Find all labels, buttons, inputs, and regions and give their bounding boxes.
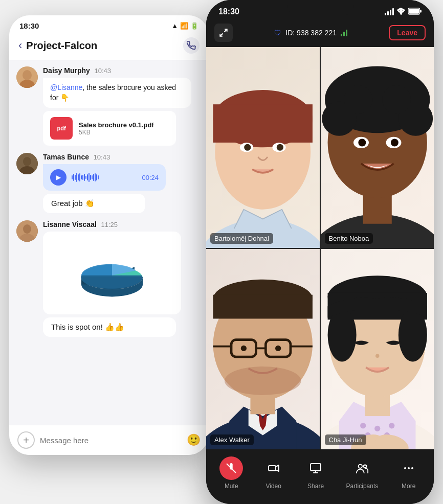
avatar-lisanne: [16, 220, 38, 242]
svg-rect-28: [363, 195, 391, 224]
svg-point-25: [277, 144, 283, 151]
video-grid: Bartoloměj Dohnal: [206, 47, 434, 449]
more-label: More: [402, 483, 415, 490]
mute-icon: [219, 456, 243, 480]
svg-point-65: [398, 308, 427, 361]
lisanne-content: Lisanne Viscaal 11:25: [43, 220, 202, 337]
meeting-info: 🛡 ID: 938 382 221: [274, 29, 347, 37]
svg-rect-72: [311, 464, 321, 471]
video-label: Video: [265, 483, 281, 490]
mention-lisanne: @Lisanne: [50, 83, 82, 91]
great-job-bubble: Great job 👏: [43, 194, 145, 213]
phone-notch: [287, 0, 353, 15]
daisy-bubble: @Lisanne, the sales brocure you asked fo…: [43, 78, 191, 108]
name-tag-bartholomej: Bartoloměj Dohnal: [210, 233, 273, 244]
svg-point-55: [360, 423, 366, 428]
chat-time: 18:30: [19, 21, 39, 30]
svg-point-33: [344, 85, 372, 114]
video-phone: 18:30: [206, 0, 434, 504]
more-button[interactable]: More: [397, 456, 420, 490]
battery-icon-video: [408, 8, 422, 16]
pdf-size: 5KB: [79, 129, 154, 136]
svg-point-4: [23, 157, 31, 166]
mute-button[interactable]: Mute: [219, 456, 243, 490]
daisy-name: Daisy Murphy: [43, 66, 90, 75]
pdf-info: Sales brochure v0.1.pdf 5KB: [79, 121, 154, 136]
video-time: 18:30: [218, 7, 239, 16]
audio-bubble[interactable]: ▶: [43, 164, 166, 191]
lisanne-name: Lisanne Viscaal: [43, 220, 97, 228]
pie-chart-bubble: [43, 232, 181, 314]
avatar-daisy: [16, 66, 38, 88]
expand-button[interactable]: [214, 24, 233, 42]
pdf-attachment[interactable]: pdf Sales brochure v0.1.pdf 5KB: [43, 111, 176, 146]
tamas-time: 10:43: [94, 153, 110, 161]
chat-input-bar: + 🙂: [9, 425, 209, 455]
name-tag-cha: Cha Ji-Hun: [325, 434, 366, 445]
daisy-time: 10:43: [94, 67, 111, 75]
video-icon: [262, 456, 285, 480]
svg-point-79: [411, 467, 413, 469]
pdf-icon: pdf: [50, 117, 73, 140]
svg-rect-13: [409, 9, 419, 14]
video-controls: Mute Video: [206, 449, 434, 504]
svg-point-34: [382, 85, 411, 114]
face-cha: [321, 249, 434, 450]
chat-status-bar: 18:30 ▲ 📶 🔋: [9, 15, 209, 33]
face-benito: [321, 47, 434, 248]
svg-rect-21: [213, 104, 313, 143]
scene: 18:30 ▲ 📶 🔋 ‹ Project-Falcon: [0, 0, 443, 504]
daisy-content: Daisy Murphy 10:43 @Lisanne, the sales b…: [43, 66, 202, 146]
mute-label: Mute: [225, 483, 238, 490]
signal-bars: [385, 8, 394, 15]
wifi-signal-icon: [396, 8, 406, 16]
svg-point-24: [244, 144, 251, 151]
battery-icon: 🔋: [190, 22, 198, 30]
video-button[interactable]: Video: [262, 456, 285, 490]
back-button[interactable]: ‹: [18, 39, 22, 52]
message-tamas: Tamas Bunce 10:43 ▶: [16, 153, 202, 213]
lisanne-meta: Lisanne Viscaal 11:25: [43, 220, 202, 228]
participants-icon: [350, 456, 374, 480]
message-lisanne: Lisanne Viscaal 11:25: [16, 220, 202, 337]
participants-button[interactable]: Participants: [346, 456, 379, 490]
video-cell-alex: Alex Walker: [206, 249, 320, 450]
svg-point-7: [23, 224, 31, 234]
participants-label: Participants: [346, 483, 379, 490]
tamas-content: Tamas Bunce 10:43 ▶: [43, 153, 202, 213]
avatar-tamas: [16, 153, 38, 174]
shield-icon: 🛡: [274, 29, 281, 37]
message-input[interactable]: [40, 436, 182, 445]
pie-chart: [71, 240, 153, 306]
leave-button[interactable]: Leave: [389, 25, 426, 40]
name-tag-benito: Benito Noboa: [325, 233, 373, 244]
svg-point-38: [390, 139, 398, 146]
chat-header: ‹ Project-Falcon: [9, 33, 209, 60]
spot-on-bubble: This is spot on! 👍👍: [43, 317, 176, 337]
svg-point-1: [23, 70, 32, 80]
svg-point-77: [404, 467, 406, 469]
phone-call-button[interactable]: [183, 37, 200, 54]
svg-point-52: [275, 345, 281, 351]
wifi-icon: 📶: [180, 22, 188, 30]
svg-rect-44: [213, 294, 313, 318]
emoji-button[interactable]: 🙂: [187, 433, 201, 447]
face-bartholomej: [206, 47, 320, 248]
tamas-meta: Tamas Bunce 10:43: [43, 153, 202, 161]
video-cell-benito: Benito Noboa: [321, 47, 434, 248]
share-button[interactable]: Share: [304, 456, 327, 490]
video-cell-bartholomej: Bartoloměj Dohnal: [206, 47, 320, 248]
more-icon: [397, 456, 420, 480]
chat-messages: Daisy Murphy 10:43 @Lisanne, the sales b…: [9, 60, 209, 425]
add-attachment-button[interactable]: +: [17, 431, 35, 449]
play-button[interactable]: ▶: [50, 169, 67, 186]
svg-rect-14: [420, 10, 422, 12]
video-status-icons: [385, 8, 422, 16]
video-cell-cha: Cha Ji-Hun: [321, 249, 434, 450]
chat-phone: 18:30 ▲ 📶 🔋 ‹ Project-Falcon: [9, 15, 209, 455]
audio-duration: 00:24: [142, 174, 159, 181]
svg-point-56: [374, 425, 380, 431]
share-icon: [304, 456, 327, 480]
face-alex: [206, 249, 320, 450]
svg-point-66: [375, 354, 379, 357]
